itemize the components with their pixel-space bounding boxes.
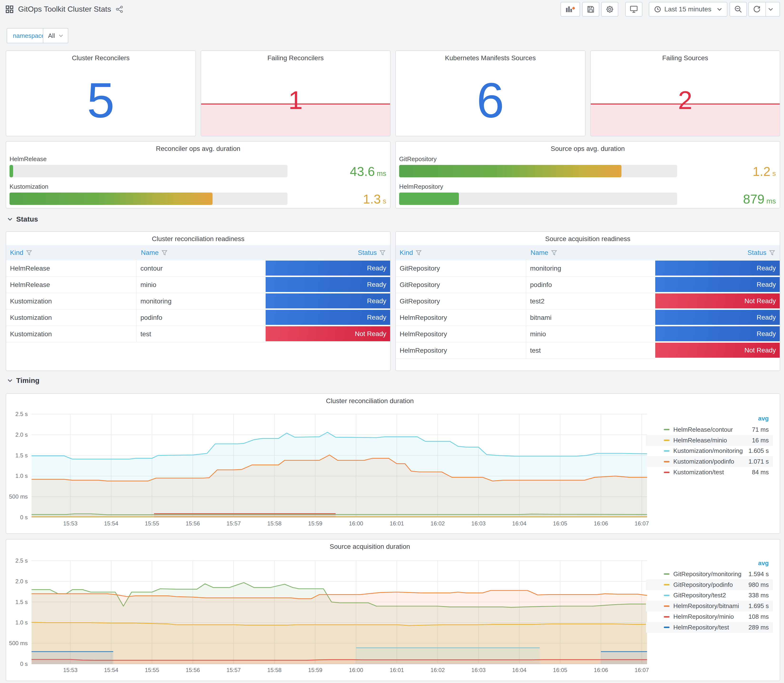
table-row[interactable]: KustomizationpodinfoReady [6,309,390,326]
panel-title[interactable]: Source acquisition readiness [396,235,780,243]
status-cell: Ready [266,293,390,308]
y-tick-label: 1.5 s [16,599,28,605]
legend-item[interactable]: HelmRepository/bitnami1.695 s [646,601,773,611]
filter-icon[interactable] [26,250,32,256]
x-tick-label: 15:55 [145,667,159,673]
x-tick-label: 16:05 [553,520,567,527]
table-row[interactable]: GitRepositorytest2Not Ready [396,293,780,309]
table-cell: test2 [526,293,655,309]
table-row[interactable]: HelmRepositoryminioReady [396,326,780,342]
panel-title[interactable]: Cluster reconciliation readiness [6,235,390,243]
legend-series-value: 84 ms [752,468,769,476]
y-tick-label: 500 ms [9,640,28,646]
column-header-name[interactable]: Name [531,245,557,260]
filter-icon[interactable] [551,250,557,256]
y-tick-label: 2.0 s [16,431,28,438]
filter-icon[interactable] [769,250,775,256]
legend-series-value: 980 ms [749,581,769,588]
x-tick-label: 16:01 [390,520,404,527]
column-header-status[interactable]: Status [747,245,775,260]
table-header-row: KindNameStatus [396,245,780,260]
x-tick-label: 16:06 [594,667,608,673]
legend-item[interactable]: Kustomization/test84 ms [646,467,773,478]
status-cell: Ready [655,310,780,325]
y-tick-label: 500 ms [9,493,28,500]
panel-title[interactable]: Reconciler ops avg. duration [6,145,390,152]
x-tick-label: 16:04 [512,520,526,527]
panel-title[interactable]: Source ops avg. duration [396,145,780,152]
apps-grid-icon[interactable] [6,5,13,13]
legend-item[interactable]: HelmRelease/minio16 ms [646,435,773,446]
chevron-down-icon [59,34,63,37]
legend-item[interactable]: Kustomization/podinfo1.071 s [646,456,773,467]
legend-series-color [664,595,670,596]
legend-item[interactable]: GitRepository/monitoring1.594 s [646,569,773,579]
table-row[interactable]: HelmReleaseminioReady [6,277,390,293]
status-cell: Ready [266,310,390,325]
x-tick-label: 15:58 [267,667,282,673]
time-picker-button[interactable]: Last 15 minutes [649,2,727,17]
table-row[interactable]: HelmReleasecontourReady [6,260,390,277]
table-row[interactable]: KustomizationtestNot Ready [6,326,390,342]
legend-item[interactable]: HelmRepository/test289 ms [646,622,773,633]
panel-title[interactable]: Kubernetes Manifests Sources [396,54,585,62]
refresh-button[interactable] [748,2,780,17]
legend-avg-header[interactable]: avg [758,415,769,422]
legend-item[interactable]: Kustomization/monitoring1.605 s [646,446,773,457]
stat-panel: Failing Sources 2 [590,50,781,136]
bargauge-value: 879 [743,192,765,206]
refresh-interval-chevron-icon[interactable] [768,8,773,11]
stat-value: 6 [396,75,585,125]
x-tick-label: 15:54 [104,667,118,673]
column-header-name[interactable]: Name [141,245,167,260]
panel-title[interactable]: Failing Reconcilers [201,54,390,62]
column-header-kind[interactable]: Kind [10,245,32,260]
filter-icon[interactable] [416,250,422,256]
table-row[interactable]: KustomizationmonitoringReady [6,293,390,309]
table-cell: Kustomization [6,293,136,309]
legend-item[interactable]: HelmRelease/contour71 ms [646,424,773,435]
status-cell: Ready [266,277,390,292]
row-header-status[interactable]: Status [8,215,38,223]
x-tick-label: 16:03 [471,520,486,527]
timeseries-panel: Cluster reconciliation duration 0 s500 m… [6,393,780,534]
zoom-out-button[interactable] [729,2,747,17]
filter-icon[interactable] [380,250,385,256]
bargauge-unit: s [383,197,386,205]
legend-series-value: 1.071 s [749,458,769,465]
bargauge-label: GitRepository [399,156,437,163]
column-header-status[interactable]: Status [358,245,385,260]
status-cell: Not Ready [266,326,390,341]
chevron-down-icon [717,8,722,11]
table-row[interactable]: GitRepositorymonitoringReady [396,260,780,277]
panel-title[interactable]: Failing Sources [591,54,780,62]
stat-value: 5 [6,75,196,125]
table-cell: GitRepository [396,277,526,293]
table-row[interactable]: HelmRepositorybitnamiReady [396,309,780,326]
row-header-label: Timing [16,377,40,385]
settings-button[interactable] [601,2,618,17]
bargauge-track [10,192,287,205]
filter-icon[interactable] [162,250,167,256]
bargauge-unit: ms [766,197,776,205]
legend-item[interactable]: HelmRepository/minio108 ms [646,611,773,622]
share-icon[interactable] [116,6,123,13]
legend-avg-header[interactable]: avg [758,560,769,567]
status-cell: Not Ready [655,293,780,308]
save-button[interactable] [582,2,599,17]
variable-value-dropdown[interactable]: All [43,28,68,43]
y-tick-label: 0 s [20,514,28,521]
table-row[interactable]: GitRepositorypodinfoReady [396,277,780,293]
table-row[interactable]: HelmRepositorytestNot Ready [396,342,780,359]
add-panel-button[interactable] [561,2,580,17]
legend-item[interactable]: GitRepository/podinfo980 ms [646,579,773,590]
column-header-kind[interactable]: Kind [399,245,422,260]
panel-title[interactable]: Cluster Reconcilers [6,54,196,62]
legend-item[interactable]: GitRepository/test2338 ms [646,590,773,601]
table-panel: Source acquisition readiness KindNameSta… [395,231,780,371]
table-cell: test [136,326,266,342]
row-header-timing[interactable]: Timing [8,377,40,385]
x-tick-label: 16:02 [431,667,445,673]
cycle-view-button[interactable] [625,2,642,17]
legend-series-name: Kustomization/podinfo [673,458,734,465]
